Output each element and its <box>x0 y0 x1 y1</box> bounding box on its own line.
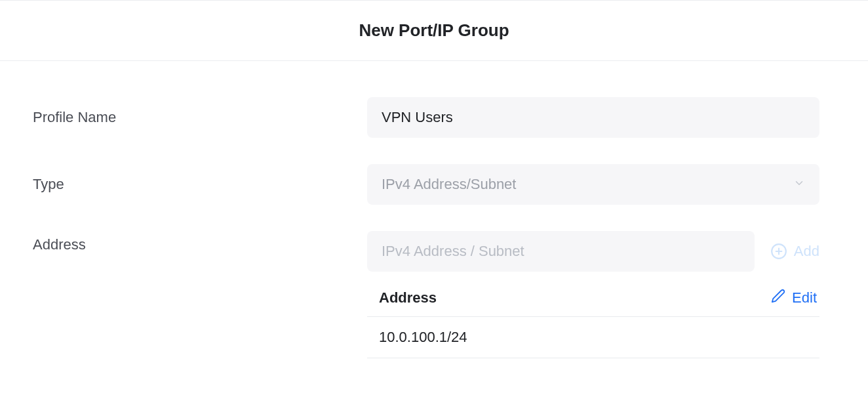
page-header: New Port/IP Group <box>0 0 868 61</box>
type-select[interactable]: IPv4 Address/Subnet <box>367 164 819 205</box>
form-container: Profile Name Type IPv4 Address/Subnet Ad… <box>0 61 868 358</box>
row-profile-name: Profile Name <box>33 97 822 138</box>
add-button-label: Add <box>794 243 819 260</box>
address-table-header: Address Edit <box>367 284 819 317</box>
row-type: Type IPv4 Address/Subnet <box>33 164 822 205</box>
table-row: 10.0.100.1/24 <box>367 317 819 358</box>
field-col-type: IPv4 Address/Subnet <box>367 164 822 205</box>
address-table-header-label: Address <box>379 289 437 306</box>
label-profile-name: Profile Name <box>33 109 367 126</box>
edit-button-label: Edit <box>792 289 817 306</box>
row-address: Address Add Address <box>33 231 822 358</box>
field-col-address: Add Address Edit 10.0.100.1/24 <box>367 231 822 358</box>
type-select-wrap: IPv4 Address/Subnet <box>367 164 819 205</box>
edit-button[interactable]: Edit <box>771 289 819 307</box>
plus-circle-icon <box>770 243 787 260</box>
label-address: Address <box>33 231 367 253</box>
field-col-profile-name <box>367 97 822 138</box>
address-input-row: Add <box>367 231 819 272</box>
profile-name-input[interactable] <box>367 97 819 138</box>
type-selected-text: IPv4 Address/Subnet <box>382 176 516 193</box>
page-title: New Port/IP Group <box>0 20 868 41</box>
add-button[interactable]: Add <box>755 243 819 260</box>
address-table: Address Edit 10.0.100.1/24 <box>367 284 819 358</box>
label-type: Type <box>33 176 367 193</box>
address-input[interactable] <box>367 231 755 272</box>
pencil-icon <box>771 289 785 307</box>
chevron-down-icon <box>793 176 805 193</box>
